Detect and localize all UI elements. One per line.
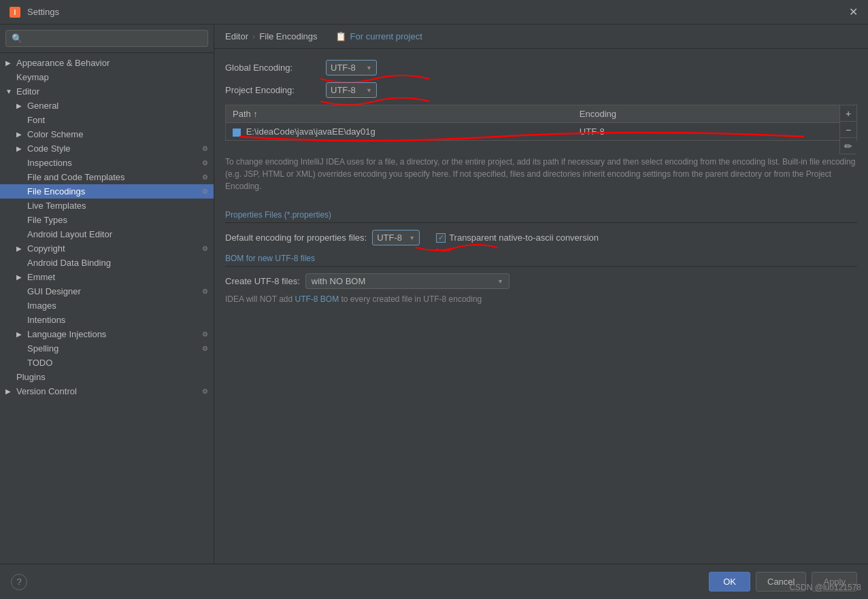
sidebar-item-label: Live Templates bbox=[27, 201, 86, 211]
global-encoding-value: UTF-8 bbox=[331, 63, 356, 73]
content-area: Editor › File Encodings 📋 For current pr… bbox=[214, 24, 868, 564]
project-encoding-dropdown[interactable]: UTF-8 ▼ bbox=[326, 82, 377, 98]
project-encoding-row: Project Encoding: UTF-8 ▼ bbox=[225, 82, 857, 98]
ok-button[interactable]: OK bbox=[709, 572, 750, 592]
sidebar-item-label: File Types bbox=[27, 215, 67, 225]
bom-section-header: BOM for new UTF-8 files bbox=[225, 254, 857, 267]
sidebar-item-color-scheme[interactable]: ▶ Color Scheme bbox=[0, 127, 214, 141]
sidebar-item-file-encodings[interactable]: File Encodings ⚙ bbox=[0, 184, 214, 199]
sidebar: ▶ Appearance & Behavior Keymap ▼ Editor … bbox=[0, 24, 214, 564]
sidebar-item-label: Language Injections bbox=[27, 329, 106, 339]
footer: ? OK Cancel Apply bbox=[0, 564, 868, 599]
main-container: ▶ Appearance & Behavior Keymap ▼ Editor … bbox=[0, 24, 868, 564]
sidebar-item-label: TODO bbox=[27, 358, 52, 368]
encoding-table: Path ↑ Encoding E:\ideaCode\java\javaEE\… bbox=[226, 105, 856, 140]
properties-encoding-dropdown[interactable]: UTF-8 ▼ bbox=[372, 230, 420, 245]
close-button[interactable]: ✕ bbox=[846, 5, 860, 19]
expand-arrow-editor: ▼ bbox=[5, 88, 16, 95]
project-encoding-value: UTF-8 bbox=[331, 85, 356, 95]
settings-icon-language-injections: ⚙ bbox=[202, 330, 208, 338]
table-cell-encoding: UTF-8 bbox=[573, 123, 856, 141]
settings-icon-spelling: ⚙ bbox=[202, 345, 208, 352]
settings-icon-gui-designer: ⚙ bbox=[202, 288, 208, 295]
sidebar-item-gui-designer[interactable]: GUI Designer ⚙ bbox=[0, 284, 214, 298]
bom-dropdown-arrow: ▼ bbox=[497, 278, 503, 285]
sidebar-item-intentions[interactable]: Intentions bbox=[0, 313, 214, 327]
sidebar-item-label: Images bbox=[27, 301, 56, 311]
sidebar-item-label: File Encodings bbox=[27, 186, 85, 196]
table-edit-button[interactable]: ✏ bbox=[840, 138, 856, 154]
sidebar-item-inspections[interactable]: Inspections ⚙ bbox=[0, 156, 214, 170]
sidebar-item-todo[interactable]: TODO bbox=[0, 356, 214, 370]
expand-arrow-emmet: ▶ bbox=[16, 273, 27, 281]
expand-arrow-language-injections: ▶ bbox=[16, 330, 27, 338]
sidebar-item-android-layout-editor[interactable]: Android Layout Editor bbox=[0, 227, 214, 241]
sidebar-item-label: Android Layout Editor bbox=[27, 229, 112, 239]
expand-arrow-appearance: ▶ bbox=[5, 59, 16, 67]
bom-note-link[interactable]: UTF-8 BOM bbox=[295, 294, 339, 304]
bom-section: BOM for new UTF-8 files Create UTF-8 fil… bbox=[225, 254, 857, 304]
sidebar-item-keymap[interactable]: Keymap bbox=[0, 70, 214, 84]
bom-value: with NO BOM bbox=[312, 276, 365, 286]
app-icon: I bbox=[8, 5, 22, 19]
properties-section-header: Properties Files (*.properties) bbox=[225, 210, 857, 223]
folder-icon bbox=[233, 129, 241, 137]
watermark: CSDN @luo121578 bbox=[789, 583, 861, 592]
sidebar-item-label: Keymap bbox=[16, 72, 49, 82]
global-encoding-arrow: ▼ bbox=[366, 65, 372, 71]
settings-icon-code-style: ⚙ bbox=[202, 145, 208, 152]
bom-create-row: Create UTF-8 files: with NO BOM ▼ bbox=[225, 273, 857, 289]
table-add-button[interactable]: + bbox=[840, 105, 856, 122]
sidebar-item-label: GUI Designer bbox=[27, 286, 81, 296]
window-title: Settings bbox=[27, 7, 59, 17]
sidebar-item-label: General bbox=[27, 101, 59, 111]
sidebar-item-language-injections[interactable]: ▶ Language Injections ⚙ bbox=[0, 327, 214, 341]
breadcrumb-icon: 📋 bbox=[335, 31, 346, 41]
breadcrumb-current: File Encodings bbox=[259, 31, 317, 41]
settings-icon-file-encodings: ⚙ bbox=[202, 188, 208, 195]
sidebar-item-label: Copyright bbox=[27, 243, 65, 254]
settings-icon-version-control: ⚙ bbox=[202, 388, 208, 395]
sidebar-item-editor[interactable]: ▼ Editor bbox=[0, 84, 214, 99]
global-encoding-row: Global Encoding: UTF-8 ▼ bbox=[225, 60, 857, 75]
sidebar-item-label: Editor bbox=[16, 86, 39, 97]
breadcrumb: Editor › File Encodings 📋 For current pr… bbox=[214, 24, 868, 49]
search-input[interactable] bbox=[5, 30, 208, 47]
sidebar-item-label: Inspections bbox=[27, 158, 72, 168]
sidebar-item-version-control[interactable]: ▶ Version Control ⚙ bbox=[0, 384, 214, 398]
expand-arrow-version-control: ▶ bbox=[5, 388, 16, 395]
project-encoding-label: Project Encoding: bbox=[225, 85, 320, 95]
properties-row: Default encoding for properties files: U… bbox=[225, 230, 857, 245]
table-remove-button[interactable]: − bbox=[840, 122, 856, 138]
sidebar-item-emmet[interactable]: ▶ Emmet bbox=[0, 270, 214, 284]
info-text: To change encoding IntelliJ IDEA uses fo… bbox=[225, 149, 857, 199]
sidebar-item-font[interactable]: Font bbox=[0, 113, 214, 127]
bom-note: IDEA will NOT add UTF-8 BOM to every cre… bbox=[225, 294, 857, 304]
sidebar-item-label: Intentions bbox=[27, 315, 65, 325]
table-header-path: Path ↑ bbox=[226, 105, 573, 123]
expand-arrow-copyright: ▶ bbox=[16, 245, 27, 252]
breadcrumb-project-link[interactable]: For current project bbox=[350, 31, 422, 41]
sidebar-item-label: Code Style bbox=[27, 143, 71, 154]
table-row[interactable]: E:\ideaCode\java\javaEE\day01g UTF-8 bbox=[226, 123, 856, 141]
sidebar-item-live-templates[interactable]: Live Templates bbox=[0, 199, 214, 213]
sidebar-item-android-data-binding[interactable]: Android Data Binding bbox=[0, 256, 214, 270]
sidebar-item-code-style[interactable]: ▶ Code Style ⚙ bbox=[0, 141, 214, 156]
sidebar-item-label: Font bbox=[27, 115, 45, 125]
global-encoding-dropdown[interactable]: UTF-8 ▼ bbox=[326, 60, 377, 75]
help-button[interactable]: ? bbox=[11, 574, 27, 590]
bom-create-label: Create UTF-8 files: bbox=[225, 276, 300, 286]
sidebar-item-spelling[interactable]: Spelling ⚙ bbox=[0, 341, 214, 356]
sidebar-item-label: Color Scheme bbox=[27, 129, 83, 139]
sidebar-item-plugins[interactable]: Plugins bbox=[0, 370, 214, 384]
sidebar-item-images[interactable]: Images bbox=[0, 298, 214, 313]
sidebar-item-file-code-templates[interactable]: File and Code Templates ⚙ bbox=[0, 170, 214, 184]
sidebar-item-file-types[interactable]: File Types bbox=[0, 213, 214, 227]
settings-icon-file-code-templates: ⚙ bbox=[202, 173, 208, 181]
sidebar-item-appearance[interactable]: ▶ Appearance & Behavior bbox=[0, 56, 214, 70]
bom-create-dropdown[interactable]: with NO BOM ▼ bbox=[305, 273, 510, 289]
sidebar-item-copyright[interactable]: ▶ Copyright ⚙ bbox=[0, 241, 214, 256]
transparent-conversion-checkbox[interactable]: ✓ bbox=[436, 233, 446, 243]
sidebar-item-general[interactable]: ▶ General bbox=[0, 99, 214, 113]
transparent-conversion-wrapper: ✓ Transparent native-to-ascii conversion bbox=[436, 233, 599, 243]
